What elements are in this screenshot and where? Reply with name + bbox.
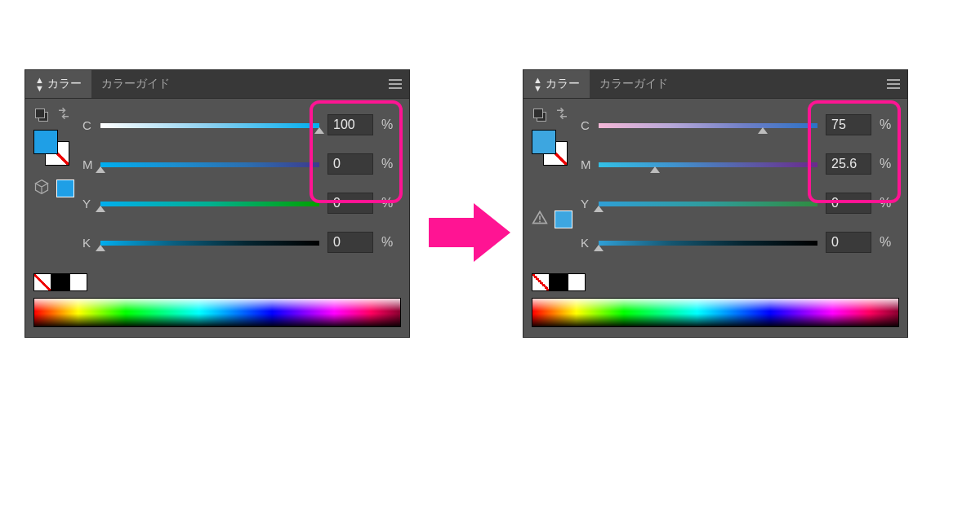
input-k[interactable] (826, 232, 871, 253)
input-m[interactable] (327, 153, 373, 175)
tab-label: カラー (47, 77, 82, 91)
fill-swatch[interactable] (532, 130, 556, 154)
svg-rect-2 (539, 221, 541, 223)
slider-y[interactable] (599, 194, 817, 212)
slider-m[interactable] (599, 155, 817, 173)
tab-label: カラー (546, 77, 580, 91)
color-panel-after: ▲▼ カラー カラーガイド (523, 69, 908, 338)
unit: % (875, 157, 899, 171)
unit: % (875, 235, 899, 250)
channel-m: M % (581, 144, 899, 184)
swap-fill-stroke-icon[interactable] (56, 107, 71, 123)
input-c[interactable] (826, 114, 871, 135)
panel-menu-button[interactable] (381, 70, 409, 98)
channel-k: K % (581, 223, 899, 262)
panel-tabs: ▲▼ カラー カラーガイド (25, 70, 409, 99)
cube-icon[interactable] (33, 179, 50, 198)
channel-label: M (581, 157, 599, 171)
slider-c[interactable] (599, 116, 817, 134)
black-swatch[interactable] (550, 273, 568, 291)
svg-marker-0 (429, 203, 510, 262)
svg-rect-1 (539, 216, 541, 220)
swap-fill-stroke-icon[interactable] (555, 107, 569, 123)
channel-y: Y % (82, 184, 401, 223)
warning-icon[interactable] (532, 210, 548, 229)
input-c[interactable] (327, 114, 373, 135)
input-m[interactable] (826, 153, 871, 175)
fill-swatch[interactable] (33, 130, 58, 154)
tab-label: カラーガイド (101, 77, 170, 91)
alt-color-swatch[interactable] (555, 210, 572, 228)
panel-menu-button[interactable] (880, 70, 907, 98)
channel-y: Y % (581, 184, 899, 223)
arrow-icon (429, 200, 510, 265)
unit: % (875, 117, 899, 132)
slider-m[interactable] (100, 155, 319, 173)
color-panel-before: ▲▼ カラー カラーガイド (24, 69, 410, 338)
none-swatch[interactable] (532, 273, 550, 291)
white-swatch[interactable] (69, 273, 87, 291)
tab-color-guide[interactable]: カラーガイド (91, 70, 180, 98)
unit: % (376, 157, 401, 171)
sort-icon: ▲▼ (35, 76, 44, 92)
channel-label: C (82, 118, 100, 132)
spectrum-bar[interactable] (33, 298, 401, 327)
none-swatch[interactable] (33, 273, 51, 291)
slider-y[interactable] (100, 194, 319, 212)
tab-color-guide[interactable]: カラーガイド (590, 70, 678, 98)
slider-k[interactable] (100, 233, 319, 251)
unit: % (875, 196, 899, 210)
channel-c: C % (82, 105, 401, 144)
default-fill-stroke-icon[interactable] (35, 109, 48, 122)
alt-color-swatch[interactable] (56, 179, 74, 197)
unit: % (376, 117, 401, 132)
unit: % (376, 196, 401, 210)
channel-c: C % (581, 105, 899, 144)
channel-label: C (581, 118, 599, 132)
tab-label: カラーガイド (599, 77, 668, 91)
fill-stroke-swatch[interactable] (532, 130, 568, 166)
white-swatch[interactable] (568, 273, 586, 291)
slider-c[interactable] (100, 116, 319, 134)
fill-stroke-swatch[interactable] (33, 130, 69, 166)
input-y[interactable] (327, 193, 373, 214)
sort-icon: ▲▼ (533, 76, 542, 92)
default-fill-stroke-icon[interactable] (533, 109, 546, 122)
preset-swatches (532, 273, 899, 291)
tab-color[interactable]: ▲▼ カラー (25, 70, 91, 98)
tab-color[interactable]: ▲▼ カラー (523, 70, 590, 98)
channel-m: M % (82, 144, 401, 184)
unit: % (376, 235, 401, 250)
slider-k[interactable] (599, 233, 817, 251)
input-k[interactable] (327, 232, 373, 253)
preset-swatches (33, 273, 401, 291)
black-swatch[interactable] (51, 273, 69, 291)
panel-tabs: ▲▼ カラー カラーガイド (523, 70, 907, 99)
input-y[interactable] (826, 193, 871, 214)
spectrum-bar[interactable] (532, 298, 899, 327)
channel-k: K % (82, 223, 401, 262)
